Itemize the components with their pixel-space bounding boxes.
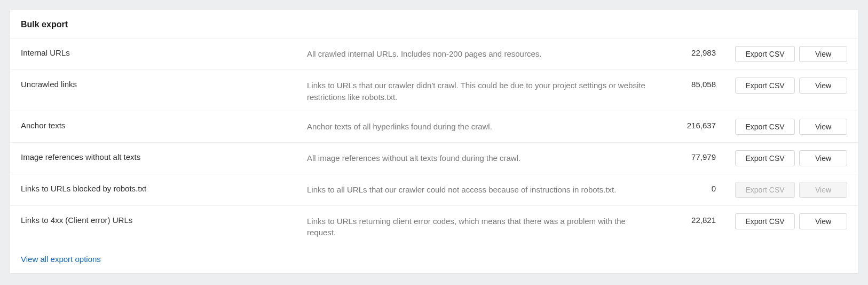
view-button[interactable]: View xyxy=(799,119,847,135)
row-count: 22,821 xyxy=(668,213,716,225)
panel-header: Bulk export xyxy=(10,10,858,38)
row-name: Links to 4xx (Client error) URLs xyxy=(21,213,298,225)
export-csv-button[interactable]: Export CSV xyxy=(735,46,795,62)
export-row: Image references without alt textsAll im… xyxy=(10,143,858,174)
row-desc: All crawled internal URLs. Includes non-… xyxy=(307,46,659,60)
row-actions: Export CSVView xyxy=(724,213,847,229)
row-actions: Export CSVView xyxy=(724,119,847,135)
bulk-export-panel: Bulk export Internal URLsAll crawled int… xyxy=(10,10,858,274)
row-name: Image references without alt texts xyxy=(21,150,298,161)
export-rows: Internal URLsAll crawled internal URLs. … xyxy=(10,38,858,246)
row-name: Anchor texts xyxy=(21,119,298,130)
export-csv-button[interactable]: Export CSV xyxy=(735,78,795,94)
row-name: Internal URLs xyxy=(21,46,298,57)
row-count: 0 xyxy=(668,182,716,193)
row-actions: Export CSVView xyxy=(724,182,847,198)
row-count: 216,637 xyxy=(668,119,716,130)
export-csv-button: Export CSV xyxy=(735,182,795,198)
view-button[interactable]: View xyxy=(799,150,847,166)
export-csv-button[interactable]: Export CSV xyxy=(735,119,795,135)
export-row: Links to 4xx (Client error) URLsLinks to… xyxy=(10,206,858,247)
view-button: View xyxy=(799,182,847,198)
export-csv-button[interactable]: Export CSV xyxy=(735,213,795,229)
view-button[interactable]: View xyxy=(799,78,847,94)
export-row: Anchor textsAnchor texts of all hyperlin… xyxy=(10,111,858,143)
view-button[interactable]: View xyxy=(799,213,847,229)
row-actions: Export CSVView xyxy=(724,78,847,94)
row-count: 85,058 xyxy=(668,78,716,89)
export-csv-button[interactable]: Export CSV xyxy=(735,150,795,166)
row-name: Links to URLs blocked by robots.txt xyxy=(21,182,298,193)
export-row: Internal URLsAll crawled internal URLs. … xyxy=(10,38,858,70)
view-button[interactable]: View xyxy=(799,46,847,62)
row-desc: Anchor texts of all hyperlinks found dur… xyxy=(307,119,659,133)
row-actions: Export CSVView xyxy=(724,150,847,166)
view-all-export-options-link[interactable]: View all export options xyxy=(21,255,101,264)
panel-title: Bulk export xyxy=(21,20,847,29)
row-desc: All image references without alt texts f… xyxy=(307,150,659,164)
row-actions: Export CSVView xyxy=(724,46,847,62)
export-row: Links to URLs blocked by robots.txtLinks… xyxy=(10,174,858,206)
row-name: Uncrawled links xyxy=(21,78,298,89)
panel-footer: View all export options xyxy=(10,246,858,273)
row-desc: Links to all URLs that our crawler could… xyxy=(307,182,659,196)
row-desc: Links to URLs that our crawler didn't cr… xyxy=(307,78,659,103)
row-count: 22,983 xyxy=(668,46,716,57)
row-desc: Links to URLs returning client error cod… xyxy=(307,213,659,239)
row-count: 77,979 xyxy=(668,150,716,161)
export-row: Uncrawled linksLinks to URLs that our cr… xyxy=(10,70,858,111)
